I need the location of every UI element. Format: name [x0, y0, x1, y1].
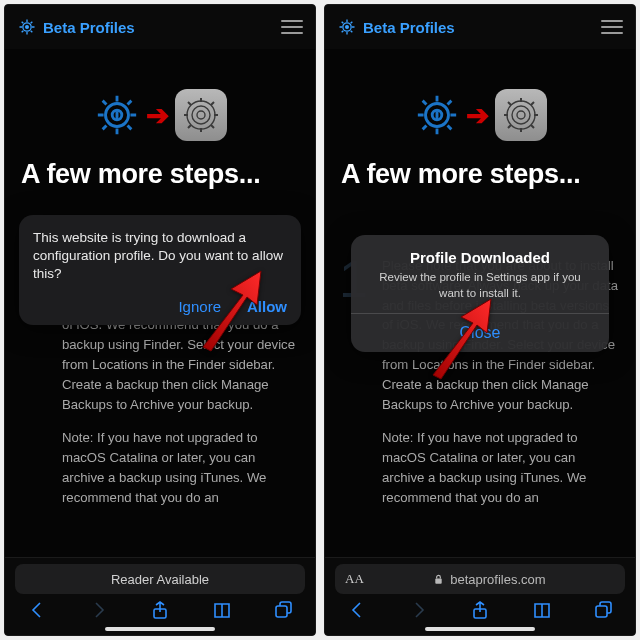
gear-wrench-icon [17, 17, 37, 37]
back-button[interactable] [27, 600, 47, 624]
svg-point-1 [26, 26, 29, 29]
svg-point-6 [192, 106, 210, 124]
bookmarks-button[interactable] [532, 600, 552, 624]
page-title: A few more steps... [341, 159, 621, 190]
download-permission-dialog: This website is trying to download a con… [19, 215, 301, 325]
brand-name: Beta Profiles [363, 19, 455, 36]
step-note: Note: If you have not upgraded to macOS … [62, 428, 301, 507]
svg-rect-4 [115, 111, 118, 121]
svg-point-12 [346, 26, 349, 29]
forward-button [89, 600, 109, 624]
brand[interactable]: Beta Profiles [337, 17, 455, 37]
svg-point-17 [512, 106, 530, 124]
home-indicator [425, 627, 535, 631]
svg-point-7 [197, 111, 205, 119]
brand-name: Beta Profiles [43, 19, 135, 36]
address-bar[interactable]: AA betaprofiles.com [335, 564, 625, 594]
back-button[interactable] [347, 600, 367, 624]
svg-point-18 [517, 111, 525, 119]
safari-chrome: AA betaprofiles.com [325, 557, 635, 635]
reader-label: Reader Available [111, 572, 209, 587]
hero-graphic: ➔ [19, 89, 301, 141]
allow-button[interactable]: Allow [247, 298, 287, 315]
svg-point-5 [187, 101, 215, 129]
hero-graphic: ➔ [339, 89, 621, 141]
close-button[interactable]: Close [351, 313, 609, 352]
brand[interactable]: Beta Profiles [17, 17, 135, 37]
bookmarks-button[interactable] [212, 600, 232, 624]
share-button[interactable] [470, 600, 490, 624]
gear-wrench-icon [337, 17, 357, 37]
svg-rect-15 [435, 111, 438, 121]
menu-icon[interactable] [281, 20, 303, 34]
profiles-gear-icon [414, 92, 460, 138]
svg-rect-10 [276, 606, 287, 617]
dialog-subtitle: Review the profile in Settings app if yo… [367, 270, 593, 301]
profiles-gear-icon [94, 92, 140, 138]
svg-point-16 [507, 101, 535, 129]
safari-toolbar [5, 594, 315, 624]
home-indicator [105, 627, 215, 631]
ios-settings-icon [495, 89, 547, 141]
step-note: Note: If you have not upgraded to macOS … [382, 428, 621, 507]
profile-downloaded-dialog: Profile Downloaded Review the profile in… [351, 235, 609, 352]
safari-chrome: Reader Available [5, 557, 315, 635]
share-button[interactable] [150, 600, 170, 624]
page-title: A few more steps... [21, 159, 301, 190]
arrow-right-icon: ➔ [466, 99, 489, 132]
tabs-button[interactable] [273, 600, 293, 624]
dialog-title: Profile Downloaded [367, 249, 593, 266]
dialog-message: This website is trying to download a con… [33, 229, 287, 284]
host-text: betaprofiles.com [450, 572, 545, 587]
forward-button [409, 600, 429, 624]
text-size-button[interactable]: AA [345, 571, 364, 587]
screenshot-right: Beta Profiles ➔ A few more steps... 1 Pl… [324, 4, 636, 636]
screenshot-left: Beta Profiles ➔ A few more steps... 1 Pl… [4, 4, 316, 636]
menu-icon[interactable] [601, 20, 623, 34]
ignore-button[interactable]: Ignore [178, 298, 221, 315]
lock-icon [433, 574, 444, 585]
site-header: Beta Profiles [5, 5, 315, 49]
address-bar[interactable]: Reader Available [15, 564, 305, 594]
svg-rect-21 [596, 606, 607, 617]
tabs-button[interactable] [593, 600, 613, 624]
ios-settings-icon [175, 89, 227, 141]
svg-rect-19 [435, 578, 441, 583]
address-host: betaprofiles.com [433, 572, 545, 587]
arrow-right-icon: ➔ [146, 99, 169, 132]
safari-toolbar [325, 594, 635, 624]
site-header: Beta Profiles [325, 5, 635, 49]
